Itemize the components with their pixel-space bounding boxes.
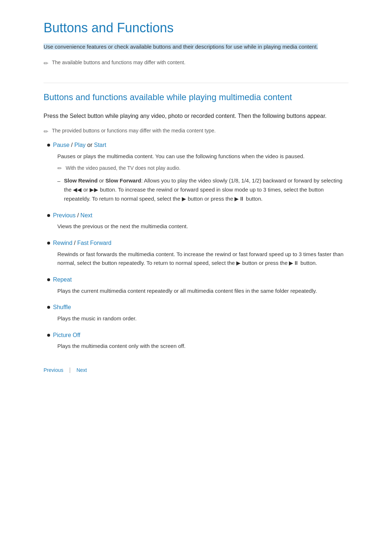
intro-text: Press the Select button while playing an… xyxy=(44,111,348,121)
link-text: Play xyxy=(74,142,86,148)
section-note-text: The provided buttons or functions may di… xyxy=(52,127,216,135)
bullet-body-text: Pauses or plays the multimedia content. … xyxy=(57,152,348,161)
bullet-item-shuffle: ShufflePlays the music in random order. xyxy=(44,303,348,323)
page-container: Buttons and Functions Use convenience fe… xyxy=(22,0,370,415)
bullet-label-text: Picture Off xyxy=(53,331,80,340)
bullet-label-text: Shuffle xyxy=(53,303,71,312)
bullet-body-picture-off: Plays the multimedia content only with t… xyxy=(57,342,348,351)
page-title: Buttons and Functions xyxy=(44,17,348,38)
previous-button[interactable]: Previous xyxy=(44,366,63,374)
nav-separator: | xyxy=(69,365,70,375)
pencil-icon-sub: ✏ xyxy=(57,164,62,173)
bullet-label-repeat: Repeat xyxy=(44,275,348,284)
bullet-dot xyxy=(47,306,50,309)
bullet-label-text: Pause / Play or Start xyxy=(53,140,106,150)
link-text: Repeat xyxy=(53,276,72,283)
sub-note: ✏With the video paused, the TV does not … xyxy=(57,164,348,173)
bullet-list: Pause / Play or StartPauses or plays the… xyxy=(44,140,348,351)
bullet-label-text: Previous / Next xyxy=(53,211,93,220)
bullet-label-picture-off: Picture Off xyxy=(44,331,348,340)
nav-bar: Previous | Next xyxy=(44,365,348,375)
plain-separator: / xyxy=(69,142,74,148)
plain-separator: / xyxy=(75,212,80,218)
pencil-icon: ✏ xyxy=(44,59,48,68)
bullet-label-shuffle: Shuffle xyxy=(44,303,348,312)
link-text: Previous xyxy=(53,212,75,218)
bullet-body-pause-play-start: Pauses or plays the multimedia content. … xyxy=(57,152,348,204)
page-subtitle: Use convenience features or check availa… xyxy=(44,44,318,50)
dash: – xyxy=(57,177,60,186)
bullet-body-text: Rewinds or fast forwards the multimedia … xyxy=(57,250,348,268)
bullet-body-shuffle: Plays the music in random order. xyxy=(57,314,348,323)
link-text: Shuffle xyxy=(53,304,71,310)
bold-label: Slow Forward xyxy=(106,177,141,184)
link-text: Rewind xyxy=(53,240,72,246)
bullet-label-rewind-fast-forward: Rewind / Fast Forward xyxy=(44,238,348,248)
plain-separator: or xyxy=(86,142,94,148)
bullet-body-previous-next: Views the previous or the next the multi… xyxy=(57,222,348,231)
bullet-body-rewind-fast-forward: Rewinds or fast forwards the multimedia … xyxy=(57,250,348,268)
link-text: Start xyxy=(94,142,106,148)
top-note-text: The available buttons and functions may … xyxy=(52,58,185,66)
bullet-body-text: Plays the current multimedia content rep… xyxy=(57,287,348,296)
bullet-label-pause-play-start: Pause / Play or Start xyxy=(44,140,348,150)
bullet-item-pause-play-start: Pause / Play or StartPauses or plays the… xyxy=(44,140,348,203)
top-note: ✏ The available buttons and functions ma… xyxy=(44,58,348,68)
sub-bullet: –Slow Rewind or Slow Forward: Allows you… xyxy=(57,176,348,203)
section-note: ✏ The provided buttons or functions may … xyxy=(44,127,348,136)
section-title: Buttons and functions available while pl… xyxy=(44,83,348,104)
subtitle-wrapper: Use convenience features or check availa… xyxy=(44,42,348,52)
bullet-label-previous-next: Previous / Next xyxy=(44,211,348,220)
bullet-item-previous-next: Previous / NextViews the previous or the… xyxy=(44,211,348,231)
link-text: Picture Off xyxy=(53,332,80,338)
bold-label: Slow Rewind xyxy=(64,177,98,184)
bullet-body-text: Views the previous or the next the multi… xyxy=(57,222,348,231)
link-text: Next xyxy=(81,212,93,218)
bullet-label-text: Repeat xyxy=(53,275,72,284)
pencil-icon-2: ✏ xyxy=(44,127,48,136)
bullet-dot xyxy=(47,334,50,337)
bullet-item-repeat: RepeatPlays the current multimedia conte… xyxy=(44,275,348,295)
bullet-body-text: Plays the multimedia content only with t… xyxy=(57,342,348,351)
plain-separator: / xyxy=(72,240,77,246)
link-text: Fast Forward xyxy=(77,240,111,246)
bullet-dot xyxy=(47,242,50,245)
bullet-body-text: Plays the music in random order. xyxy=(57,314,348,323)
bullet-item-rewind-fast-forward: Rewind / Fast ForwardRewinds or fast for… xyxy=(44,238,348,268)
next-button[interactable]: Next xyxy=(77,366,87,374)
link-text: Pause xyxy=(53,142,69,148)
bullet-item-picture-off: Picture OffPlays the multimedia content … xyxy=(44,331,348,351)
bullet-label-text: Rewind / Fast Forward xyxy=(53,238,111,248)
bullet-body-repeat: Plays the current multimedia content rep… xyxy=(57,287,348,296)
sub-note-text: With the video paused, the TV does not p… xyxy=(66,164,181,172)
bullet-dot xyxy=(47,278,50,281)
bullet-dot xyxy=(47,144,50,147)
bullet-dot xyxy=(47,214,50,217)
sub-bullet-text: Slow Rewind or Slow Forward: Allows you … xyxy=(64,176,348,203)
